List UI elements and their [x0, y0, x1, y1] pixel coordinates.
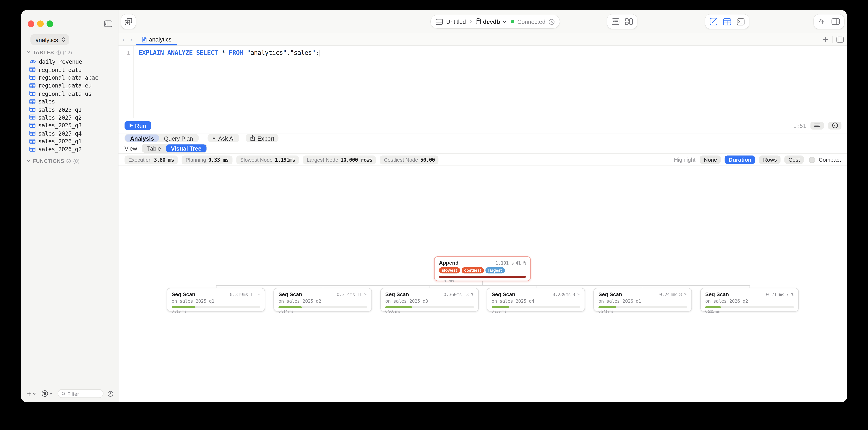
plan-node-seq-scan-6[interactable]: Seq Scan 0.211ms 7 % on sales_2026_q2 0.… [700, 288, 799, 312]
stat-planning: Planning 0.33 ms [182, 155, 232, 164]
tab-analysis-results[interactable]: Analysis [125, 134, 159, 142]
plan-node-seq-scan-2[interactable]: Seq Scan 0.314ms 11 % on sales_2025_q2 0… [273, 288, 372, 312]
plan-node-seq-scan-4[interactable]: Seq Scan 0.239ms 8 % on sales_2025_q4 0.… [487, 288, 585, 312]
slowest-badge: slowest [439, 267, 460, 273]
document-title[interactable]: Untitled [446, 18, 466, 25]
code-area[interactable]: 1 EXPLAIN ANALYZE SELECT * FROM "analyti… [119, 46, 847, 118]
tab-analytics[interactable]: analytics [140, 33, 173, 45]
ai-sparkles-icon[interactable] [818, 18, 826, 25]
plan-stats-row: Execution 3.80 ms Planning 0.33 ms Slowe… [119, 154, 847, 166]
minimize-window-button[interactable] [37, 21, 43, 27]
sidebar-item-sales-2025-q2[interactable]: sales_2025_q2 [27, 113, 116, 121]
node-table-ref: on sales_2025_q4 [492, 298, 580, 304]
view-mode-visual-tree[interactable]: Visual Tree [166, 144, 207, 152]
add-item-button[interactable] [27, 391, 36, 396]
sidebar-item-sales[interactable]: sales [27, 97, 116, 105]
text-cursor [319, 50, 320, 56]
sidebar-item-regional-data-eu[interactable]: regional_data_eu [27, 82, 116, 89]
sidebar-item-regional-data-apac[interactable]: regional_data_apac [27, 73, 116, 81]
database-switcher[interactable]: devdb [475, 18, 506, 25]
code-line[interactable]: EXPLAIN ANALYZE SELECT * FROM "analytics… [133, 46, 847, 118]
main-panel: Untitled devdb Connected [118, 10, 847, 402]
screen: analytics TABLES (12) daily_revenue [0, 0, 868, 430]
nav-forward-icon[interactable]: › [127, 36, 135, 42]
history-clock-icon[interactable] [107, 391, 114, 397]
compact-label: Compact [819, 157, 841, 163]
split-view-icon[interactable] [836, 36, 844, 42]
filter-options-button[interactable] [41, 390, 53, 397]
export-button[interactable]: Export [246, 134, 279, 142]
compact-checkbox[interactable] [809, 157, 815, 162]
highlight-none-button[interactable]: None [700, 155, 721, 164]
disconnect-icon[interactable] [549, 19, 555, 25]
sidebar-footer [27, 389, 114, 398]
sidebar-item-sales-2026-q1[interactable]: sales_2026_q1 [27, 137, 116, 145]
view-eye-icon [29, 59, 36, 64]
duration-bar [705, 306, 794, 308]
costliest-badge: costliest [461, 267, 484, 273]
tables-section-header[interactable]: TABLES (12) [27, 49, 116, 55]
stat-costliest-node: Costliest Node 50.00 [380, 155, 438, 164]
schema-selector[interactable]: analytics [30, 34, 69, 45]
plan-node-seq-scan-3[interactable]: Seq Scan 0.360ms 13 % on sales_2025_q3 0… [380, 288, 479, 312]
server-icon [436, 19, 443, 25]
up-down-chevron-icon [61, 37, 65, 42]
plan-tree-canvas[interactable]: Append 1.191ms 41 % slowest costliest la… [119, 166, 847, 402]
close-window-button[interactable] [28, 21, 34, 27]
sidebar-item-daily-revenue[interactable]: daily_revenue [27, 58, 116, 65]
nav-back-icon[interactable]: ‹ [120, 36, 127, 42]
info-icon [56, 50, 61, 55]
highlight-cost-button[interactable]: Cost [785, 155, 804, 164]
chevron-down-icon [502, 20, 506, 23]
node-badges: slowest costliest largest [439, 267, 526, 273]
tab-query-plan[interactable]: Query Plan [159, 134, 198, 142]
view-mode-row: View Table Visual Tree [119, 143, 847, 154]
sidebar-item-regional-data-us[interactable]: regional_data_us [27, 89, 116, 97]
list-view-icon[interactable] [612, 18, 619, 25]
compose-query-icon[interactable] [710, 18, 717, 25]
layout-grid-icon[interactable] [625, 18, 633, 25]
sidebar-toggle-icon[interactable] [104, 21, 112, 27]
query-history-button[interactable] [828, 122, 841, 129]
filter-input[interactable] [67, 391, 99, 397]
node-table-ref: on sales_2025_q2 [279, 298, 367, 304]
highlight-duration-button[interactable]: Duration [725, 155, 755, 164]
plan-node-append[interactable]: Append 1.191ms 41 % slowest costliest la… [434, 256, 531, 281]
ask-ai-button[interactable]: ✦ Ask AI [208, 134, 239, 142]
sidebar-item-sales-2025-q3[interactable]: sales_2025_q3 [27, 121, 116, 129]
chevron-right-icon [469, 19, 472, 24]
sidebar-item-sales-2025-q4[interactable]: sales_2025_q4 [27, 129, 116, 137]
table-view-icon[interactable] [723, 18, 731, 25]
chevron-down-icon [49, 392, 53, 395]
view-mode-table[interactable]: Table [142, 144, 166, 152]
plan-node-seq-scan-5[interactable]: Seq Scan 0.241ms 8 % on sales_2026_q1 0.… [593, 288, 692, 312]
export-label: Export [257, 135, 274, 142]
log-output-button[interactable] [810, 122, 824, 129]
run-button[interactable]: Run [125, 121, 151, 130]
connection-status-dot [510, 20, 514, 23]
table-icon [29, 123, 35, 128]
right-panel-toggle-icon[interactable] [831, 18, 840, 25]
terminal-icon[interactable] [737, 18, 744, 25]
functions-section-header[interactable]: FUNCTIONS (0) [27, 158, 116, 164]
filter-search-box[interactable] [58, 389, 104, 398]
sidebar-item-regional-data[interactable]: regional_data [27, 65, 116, 73]
stat-execution: Execution 3.80 ms [125, 155, 178, 164]
new-query-button[interactable] [121, 14, 136, 29]
view-switch-group [607, 14, 637, 29]
zoom-window-button[interactable] [46, 21, 53, 27]
duration-bar-label: 0.314 ms [279, 309, 367, 313]
sidebar-item-sales-2025-q1[interactable]: sales_2025_q1 [27, 105, 116, 113]
sidebar: analytics TABLES (12) daily_revenue [21, 10, 118, 402]
functions-count: (0) [73, 158, 80, 163]
sidebar-item-sales-2026-q2[interactable]: sales_2026_q2 [27, 145, 116, 153]
chevron-down-icon [27, 51, 30, 54]
ask-ai-label: Ask AI [218, 135, 235, 142]
clock-icon [832, 122, 838, 128]
add-tab-icon[interactable] [823, 37, 828, 42]
highlight-rows-button[interactable]: Rows [759, 155, 781, 164]
share-export-icon [250, 135, 255, 141]
table-icon [29, 75, 35, 80]
sql-keywords: EXPLAIN ANALYZE SELECT [138, 49, 218, 56]
plan-node-seq-scan-1[interactable]: Seq Scan 0.319ms 11 % on sales_2025_q1 0… [166, 288, 265, 312]
